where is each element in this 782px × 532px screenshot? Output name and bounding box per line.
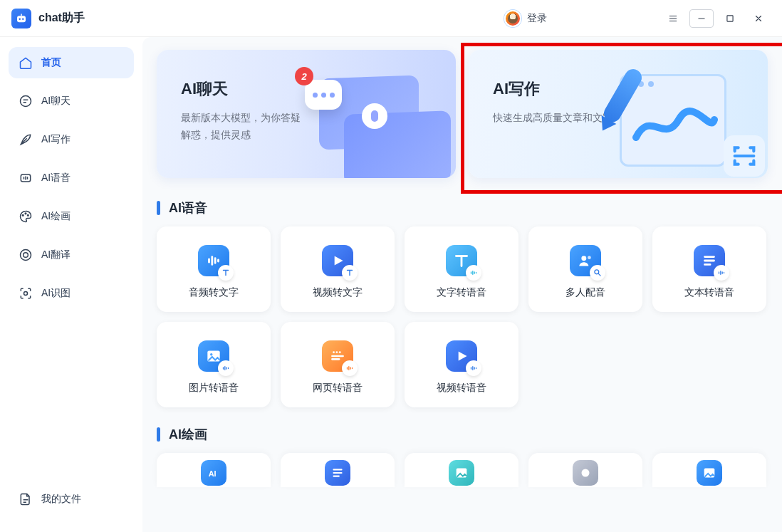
wave-sub-icon xyxy=(218,360,234,376)
sidebar-item-label: 首页 xyxy=(41,56,61,69)
sidebar-item-label: AI聊天 xyxy=(41,95,71,108)
tool-draw-5[interactable] xyxy=(652,453,766,487)
chat-illustration: 2 xyxy=(276,57,433,178)
svg-point-18 xyxy=(210,353,212,355)
svg-point-19 xyxy=(333,351,335,353)
hero-card-write[interactable]: AI写作 快速生成高质量文章和文案 xyxy=(469,50,768,178)
home-icon xyxy=(19,56,33,70)
document-lines-icon xyxy=(694,245,725,276)
text-t-icon xyxy=(446,245,477,276)
voice-icon xyxy=(19,171,33,185)
section-head-voice: AI语音 xyxy=(157,199,768,217)
text-sub-icon xyxy=(218,265,234,281)
svg-point-8 xyxy=(25,213,26,214)
title-bar: chat助手 登录 xyxy=(0,0,782,37)
svg-point-14 xyxy=(581,256,586,261)
image-icon xyxy=(697,460,722,486)
sidebar-item-translate[interactable]: AI翻译 xyxy=(9,239,134,271)
login-button[interactable]: 登录 xyxy=(527,12,547,25)
tool-label: 视频转文字 xyxy=(313,286,363,299)
section-bar-icon xyxy=(157,427,160,442)
tool-label: 文本转语音 xyxy=(684,286,734,299)
sidebar-item-label: AI识图 xyxy=(41,287,71,300)
svg-text:AI: AI xyxy=(209,469,217,478)
tool-text-to-speech[interactable]: 文本转语音 xyxy=(652,226,766,312)
svg-rect-0 xyxy=(17,16,26,22)
tool-draw-1[interactable]: AI xyxy=(157,453,271,487)
tool-audio-to-text[interactable]: 音频转文字 xyxy=(157,226,271,312)
app-title: chat助手 xyxy=(38,11,85,26)
section-title-draw: AI绘画 xyxy=(169,426,207,443)
sidebar-item-label: AI翻译 xyxy=(41,249,71,261)
hamburger-icon xyxy=(668,14,678,24)
robot-icon xyxy=(15,12,28,25)
feather-icon xyxy=(19,132,33,147)
tool-text-to-voice[interactable]: 文字转语音 xyxy=(405,226,518,312)
notification-badge: 2 xyxy=(295,67,313,85)
svg-point-7 xyxy=(22,215,24,217)
people-icon xyxy=(570,245,601,276)
tool-label: 音频转文字 xyxy=(189,286,239,299)
chat-icon xyxy=(19,94,33,108)
svg-rect-4 xyxy=(727,15,733,21)
svg-rect-3 xyxy=(21,14,22,16)
svg-point-2 xyxy=(22,18,24,19)
scan-focus-icon xyxy=(724,135,765,177)
sidebar-item-files[interactable]: 我的文件 xyxy=(9,484,134,515)
sidebar-item-home[interactable]: 首页 xyxy=(9,47,134,78)
chat-bubble-icon xyxy=(305,80,342,110)
svg-point-1 xyxy=(19,18,21,19)
avatar[interactable] xyxy=(504,10,521,27)
video-play-icon xyxy=(446,340,477,372)
sidebar-item-write[interactable]: AI写作 xyxy=(9,124,134,155)
write-illustration xyxy=(590,56,754,178)
palette-icon xyxy=(19,209,33,224)
menu-button[interactable] xyxy=(661,9,685,28)
image-icon xyxy=(198,340,229,372)
maximize-button[interactable] xyxy=(718,9,742,28)
section-head-draw: AI绘画 xyxy=(157,426,768,443)
tool-label: 视频转语音 xyxy=(437,382,486,395)
doc-icon xyxy=(325,460,350,486)
section-bar-icon xyxy=(157,201,160,215)
image-icon xyxy=(449,460,474,486)
webpage-icon xyxy=(322,340,353,372)
tool-label: 文字转语音 xyxy=(437,286,486,299)
tool-label: 图片转语音 xyxy=(189,382,239,395)
maximize-icon xyxy=(725,14,735,24)
tool-draw-4[interactable] xyxy=(528,453,642,487)
tool-label: 多人配音 xyxy=(565,286,605,299)
svg-marker-22 xyxy=(459,352,467,361)
minimize-button[interactable] xyxy=(689,9,714,28)
tool-draw-3[interactable] xyxy=(405,453,518,487)
sidebar-item-draw[interactable]: AI绘画 xyxy=(9,201,134,232)
tool-video-to-text[interactable]: 视频转文字 xyxy=(281,226,395,312)
minimize-icon xyxy=(697,14,707,24)
tool-image-to-voice[interactable]: 图片转语音 xyxy=(157,322,271,407)
wave-sub-icon xyxy=(714,265,729,281)
app-logo xyxy=(11,9,31,28)
sidebar: 首页 AI聊天 AI写作 AI语音 AI绘画 AI翻译 AI识图 我 xyxy=(0,37,142,532)
tool-video-to-voice[interactable]: 视频转语音 xyxy=(405,322,518,407)
audio-wave-icon xyxy=(198,245,229,276)
svg-point-5 xyxy=(21,96,31,107)
svg-point-11 xyxy=(24,253,28,258)
tool-draw-2[interactable] xyxy=(281,453,395,487)
ai-icon: AI xyxy=(201,460,226,486)
sketch-icon xyxy=(573,460,598,486)
sidebar-item-vision[interactable]: AI识图 xyxy=(9,278,134,309)
hero-card-chat[interactable]: AI聊天 最新版本大模型，为你答疑解惑，提供灵感 2 xyxy=(157,50,456,178)
hero-row: AI聊天 最新版本大模型，为你答疑解惑，提供灵感 2 AI写作 快速生成高质量文… xyxy=(157,50,768,178)
wave-sub-icon xyxy=(466,265,481,281)
tool-web-to-voice[interactable]: 网页转语音 xyxy=(281,322,395,407)
close-button[interactable] xyxy=(746,9,771,28)
tool-multi-voice[interactable]: 多人配音 xyxy=(528,226,642,312)
sidebar-item-chat[interactable]: AI聊天 xyxy=(9,85,134,117)
tool-label: 网页转语音 xyxy=(313,382,363,395)
close-icon xyxy=(754,14,763,24)
svg-marker-13 xyxy=(335,256,343,266)
file-icon xyxy=(19,492,33,506)
section-title-voice: AI语音 xyxy=(169,199,207,217)
svg-point-12 xyxy=(24,292,28,296)
sidebar-item-voice[interactable]: AI语音 xyxy=(9,162,134,194)
